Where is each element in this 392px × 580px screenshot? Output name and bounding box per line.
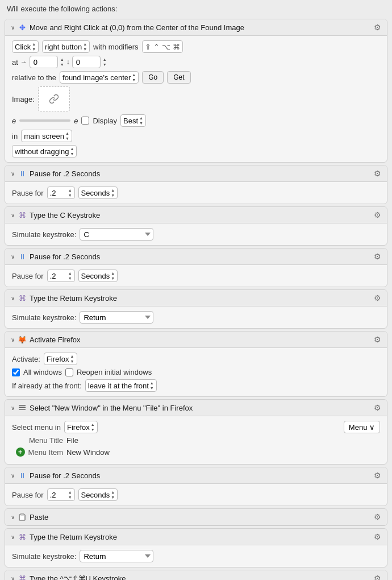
menu-dropdown-btn[interactable]: Menu ∨ bbox=[344, 421, 380, 433]
action-block-pause1: ∨ ⏸ Pause for .2 Seconds ⚙ Pause for ▲▼ … bbox=[5, 165, 387, 204]
keystroke-c-gear-icon[interactable]: ⚙ bbox=[374, 210, 381, 219]
y-arrow: ↓ bbox=[66, 58, 70, 66]
collapse-chevron[interactable]: ∨ bbox=[11, 24, 15, 31]
keystroke-combo-title-left: ∨ ⌘ Type the ^⌥⇧⌘U Keystroke bbox=[11, 574, 126, 580]
keystroke-return2-select[interactable]: Return bbox=[80, 550, 153, 562]
reopen-checkbox[interactable] bbox=[65, 368, 73, 376]
menu-app-stepper[interactable]: Firefox ▲▼ bbox=[64, 421, 98, 433]
keystroke-combo-title: Type the ^⌥⇧⌘U Keystroke bbox=[30, 574, 126, 581]
menu-item-value: New Window bbox=[66, 448, 380, 457]
pause3-seconds-btns[interactable]: ▲▼ bbox=[111, 490, 115, 500]
best-label: Best bbox=[123, 117, 138, 125]
pause1-chevron[interactable]: ∨ bbox=[11, 171, 15, 177]
screen-row: in main screen ▲▼ bbox=[12, 130, 380, 142]
image-label: Image: bbox=[12, 95, 35, 103]
keystroke-return1-select[interactable]: Return bbox=[80, 311, 153, 324]
pause3-gear-icon[interactable]: ⚙ bbox=[374, 471, 381, 480]
keystroke-c-select[interactable]: C bbox=[80, 228, 153, 241]
pause1-gear-icon[interactable]: ⚙ bbox=[374, 169, 381, 178]
pause2-value-input[interactable] bbox=[50, 272, 67, 280]
main-screen-stepper[interactable]: main screen ▲▼ bbox=[21, 130, 72, 142]
activate-app-stepper[interactable]: Firefox ▲▼ bbox=[44, 353, 77, 365]
main-screen-label: main screen bbox=[24, 132, 64, 140]
keystroke-return2-chevron[interactable]: ∨ bbox=[11, 534, 15, 540]
menu-select-chevron[interactable]: ∨ bbox=[11, 405, 15, 411]
menu-select-gear-icon[interactable]: ⚙ bbox=[374, 403, 381, 412]
pause2-seconds-btns[interactable]: ▲▼ bbox=[111, 271, 115, 281]
main-screen-stepper-btns[interactable]: ▲▼ bbox=[65, 131, 69, 141]
action-block-keystroke-return1: ∨ ⌘ Type the Return Keystroke ⚙ Simulate… bbox=[5, 289, 387, 329]
menu-app-stepper-btns[interactable]: ▲▼ bbox=[91, 422, 95, 432]
e-label-left: e bbox=[12, 117, 16, 125]
add-menu-item-btn[interactable]: + bbox=[16, 448, 25, 457]
activate-app-stepper-btns[interactable]: ▲▼ bbox=[70, 354, 74, 364]
settings-gear-icon[interactable]: ⚙ bbox=[374, 23, 381, 32]
pause3-row: Pause for ▲▼ Seconds ▲▼ bbox=[12, 488, 380, 501]
paste-gear-icon[interactable]: ⚙ bbox=[374, 512, 381, 521]
pause3-value-input[interactable] bbox=[50, 491, 67, 499]
keystroke-return1-chevron[interactable]: ∨ bbox=[11, 295, 15, 301]
best-stepper-btns[interactable]: ▲▼ bbox=[139, 115, 143, 126]
pause3-chevron[interactable]: ∨ bbox=[11, 473, 15, 479]
svg-rect-2 bbox=[19, 409, 26, 410]
front-action-stepper[interactable]: leave it at the front ▲▼ bbox=[85, 379, 157, 392]
x-stepper[interactable]: ▲▼ bbox=[60, 57, 64, 67]
paste-title-left: ∨ Paste bbox=[11, 512, 48, 521]
keystroke-return2-gear-icon[interactable]: ⚙ bbox=[374, 532, 381, 541]
y-input[interactable] bbox=[72, 56, 101, 68]
image-preview[interactable] bbox=[38, 86, 70, 111]
found-image-stepper-btns[interactable]: ▲▼ bbox=[132, 72, 136, 82]
activate-firefox-chevron[interactable]: ∨ bbox=[11, 337, 15, 343]
keystroke-return1-title: Type the Return Keystroke bbox=[30, 294, 117, 303]
menu-item-label: Menu Item bbox=[28, 448, 63, 457]
pause1-seconds-btns[interactable]: ▲▼ bbox=[111, 188, 115, 198]
right-button-stepper[interactable]: right button ▲▼ bbox=[42, 40, 90, 53]
right-button-stepper-btns[interactable]: ▲▼ bbox=[83, 42, 87, 52]
pause2-seconds-stepper[interactable]: Seconds ▲▼ bbox=[78, 270, 118, 282]
best-stepper[interactable]: Best ▲▼ bbox=[120, 114, 146, 127]
pause1-value-stepper[interactable]: ▲▼ bbox=[47, 187, 75, 199]
keystroke-c-chevron[interactable]: ∨ bbox=[11, 212, 15, 218]
pause3-value-stepper[interactable]: ▲▼ bbox=[47, 488, 75, 501]
pause1-seconds-stepper[interactable]: Seconds ▲▼ bbox=[78, 187, 118, 199]
keystroke-return2-title-row: ∨ ⌘ Type the Return Keystroke ⚙ bbox=[5, 529, 387, 545]
paste-icon bbox=[18, 512, 27, 521]
front-action-stepper-btns[interactable]: ▲▼ bbox=[150, 380, 154, 391]
menu-item-row: + Menu Item New Window bbox=[12, 448, 380, 457]
accuracy-slider[interactable] bbox=[19, 119, 70, 122]
display-checkbox[interactable] bbox=[81, 117, 89, 125]
pause3-seconds-label: Seconds bbox=[81, 491, 110, 499]
get-button[interactable]: Get bbox=[167, 71, 190, 84]
keystroke-return1-gear-icon[interactable]: ⚙ bbox=[374, 293, 381, 303]
all-windows-checkbox[interactable] bbox=[12, 368, 20, 376]
pause2-row: Pause for ▲▼ Seconds ▲▼ bbox=[12, 270, 380, 282]
keystroke-combo-gear-icon[interactable]: ⚙ bbox=[374, 574, 381, 580]
paste-chevron[interactable]: ∨ bbox=[11, 514, 15, 520]
pause2-seconds-label: Seconds bbox=[81, 272, 110, 280]
action-block-pause2: ∨ ⏸ Pause for .2 Seconds ⚙ Pause for ▲▼ … bbox=[5, 248, 387, 287]
pause3-stepper-btns[interactable]: ▲▼ bbox=[68, 490, 72, 500]
pause2-stepper-btns[interactable]: ▲▼ bbox=[68, 271, 72, 281]
pause1-stepper-btns[interactable]: ▲▼ bbox=[68, 188, 72, 198]
keystroke-combo-chevron[interactable]: ∨ bbox=[11, 575, 15, 581]
x-arrow: → bbox=[20, 58, 27, 66]
click-stepper[interactable]: Click ▲▼ bbox=[12, 40, 39, 53]
keystroke-return2-simulate-label: Simulate keystroke: bbox=[12, 552, 76, 561]
go-button[interactable]: Go bbox=[142, 71, 164, 84]
pause3-seconds-stepper[interactable]: Seconds ▲▼ bbox=[78, 488, 118, 501]
menu-select-icon bbox=[18, 403, 27, 412]
y-stepper[interactable]: ▲▼ bbox=[103, 57, 107, 67]
pause2-chevron[interactable]: ∨ bbox=[11, 254, 15, 260]
activate-firefox-gear-icon[interactable]: ⚙ bbox=[374, 335, 381, 344]
dragging-stepper-btns[interactable]: ▲▼ bbox=[70, 146, 74, 156]
dragging-stepper[interactable]: without dragging ▲▼ bbox=[12, 145, 77, 158]
pause2-value-stepper[interactable]: ▲▼ bbox=[47, 270, 75, 282]
pause1-value-input[interactable] bbox=[50, 189, 67, 197]
pause1-body: Pause for ▲▼ Seconds ▲▼ bbox=[5, 182, 387, 204]
click-row: Click ▲▼ right button ▲▼ with modifiers … bbox=[12, 40, 380, 53]
pause2-gear-icon[interactable]: ⚙ bbox=[374, 252, 381, 261]
x-input[interactable] bbox=[30, 56, 58, 68]
click-stepper-btns[interactable]: ▲▼ bbox=[32, 42, 36, 52]
front-action-label: leave it at the front bbox=[88, 382, 149, 390]
found-image-stepper[interactable]: found image's center ▲▼ bbox=[60, 71, 139, 84]
